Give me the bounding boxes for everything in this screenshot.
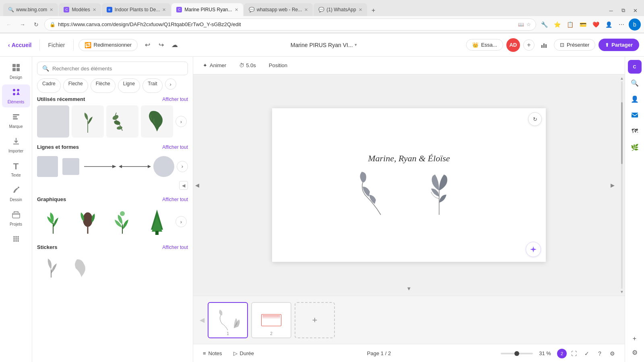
forward-nav-button[interactable]: → bbox=[17, 19, 28, 30]
sync-button[interactable]: ☁ bbox=[168, 39, 181, 51]
collections-icon[interactable]: 📋 bbox=[564, 19, 576, 30]
recent-item-3[interactable] bbox=[106, 105, 138, 138]
tab-modeles-close[interactable]: ✕ bbox=[93, 7, 96, 12]
bing-ai-icon[interactable]: b bbox=[629, 19, 641, 31]
favorites-bar-icon[interactable]: ⭐ bbox=[551, 19, 563, 30]
vertical-scrollbar[interactable]: ▲ ▼ bbox=[619, 74, 625, 296]
timer-button[interactable]: ⏱ 5.0s bbox=[236, 61, 259, 70]
more-options-icon[interactable]: ⋯ bbox=[616, 19, 627, 30]
shapes-more-button[interactable]: › bbox=[177, 161, 188, 172]
stickers-show-all[interactable]: Afficher tout bbox=[162, 245, 188, 250]
share-button[interactable]: ⬆ Partager bbox=[599, 39, 639, 51]
back-nav-button[interactable]: ← bbox=[3, 19, 14, 30]
new-tab-button[interactable]: + bbox=[368, 5, 379, 16]
profile-icon[interactable]: 👤 bbox=[603, 19, 614, 30]
slider-thumb[interactable] bbox=[514, 351, 519, 356]
scrollbar-thumb[interactable] bbox=[621, 102, 623, 165]
filter-more-button[interactable]: › bbox=[165, 78, 176, 90]
tab-whatsapp-close[interactable]: ✕ bbox=[359, 7, 362, 12]
shape-arrow-double[interactable] bbox=[119, 153, 151, 179]
sidebar-item-elements[interactable]: Éléments bbox=[2, 84, 30, 107]
tab-bing[interactable]: 🔍 www.bing.com ✕ bbox=[3, 3, 58, 16]
filter-fleche1[interactable]: Fleche bbox=[63, 78, 88, 93]
canvas-workspace[interactable]: ◀ Marine, Ryan & Éloïse bbox=[193, 74, 625, 296]
filmstrip-scroll-left[interactable]: ◀ bbox=[200, 316, 204, 324]
sidebar-item-brand[interactable]: Marque bbox=[2, 109, 30, 132]
duration-button[interactable]: ▷ Durée bbox=[230, 349, 257, 358]
shape-square-large[interactable] bbox=[37, 153, 58, 179]
sticker-item-1[interactable] bbox=[37, 253, 65, 282]
right-canva-ai-icon[interactable]: C bbox=[628, 60, 642, 74]
search-box[interactable]: 🔍 bbox=[37, 62, 188, 75]
title-dropdown-icon[interactable]: ▾ bbox=[355, 42, 357, 47]
progress-slider[interactable] bbox=[501, 353, 533, 354]
tab-indoor-close[interactable]: ✕ bbox=[162, 7, 166, 12]
analytics-button[interactable] bbox=[538, 39, 551, 51]
shape-square-small[interactable] bbox=[60, 153, 81, 179]
tab-marine-close[interactable]: ✕ bbox=[235, 7, 238, 12]
redo-button[interactable]: ↪ bbox=[155, 39, 167, 51]
tab-indoor-plants[interactable]: e Indoor Plants to De... ✕ bbox=[102, 3, 171, 16]
refresh-button[interactable]: ↻ bbox=[31, 19, 42, 30]
graphics-show-all[interactable]: Afficher tout bbox=[162, 197, 188, 202]
tab-marine-pirus[interactable]: C Marine PIRUS Ryan... ✕ bbox=[171, 3, 243, 16]
present-button[interactable]: ⊡ Présenter bbox=[554, 39, 595, 51]
canvas-scroll-left[interactable]: ◀ bbox=[193, 182, 201, 188]
add-user-button[interactable]: + bbox=[523, 39, 535, 51]
recent-item-4[interactable] bbox=[141, 105, 173, 138]
fullscreen-button[interactable]: ⛶ bbox=[568, 348, 580, 359]
canvas-scroll-right[interactable]: ▶ bbox=[609, 182, 617, 188]
sidebar-item-projects[interactable]: Projets bbox=[2, 207, 30, 230]
recent-more-button[interactable]: › bbox=[175, 116, 187, 127]
right-person-icon[interactable]: 👤 bbox=[628, 92, 642, 106]
favorites-icon[interactable]: ☆ bbox=[526, 22, 531, 27]
recent-item-2[interactable] bbox=[72, 105, 104, 138]
help-button[interactable]: ? bbox=[594, 348, 605, 359]
graphic-item-2[interactable] bbox=[72, 206, 104, 238]
sticker-item-2[interactable] bbox=[68, 253, 96, 282]
close-button[interactable]: ✕ bbox=[630, 5, 641, 16]
right-expand-icon[interactable]: + bbox=[628, 332, 642, 346]
shape-circle[interactable] bbox=[153, 153, 174, 179]
restore-button[interactable]: ⧉ bbox=[617, 5, 629, 16]
sidebar-item-text[interactable]: T Texte bbox=[2, 158, 30, 181]
shapes-show-all[interactable]: Afficher tout bbox=[162, 144, 188, 150]
address-bar[interactable]: 🔒 https://www.canva.com/design/DAFh2cxfu… bbox=[44, 19, 536, 31]
filter-trait[interactable]: Trait bbox=[142, 78, 163, 93]
animate-button[interactable]: ✦ Animer bbox=[200, 61, 229, 70]
redimensionner-button[interactable]: 🔁 Redimensionner bbox=[78, 39, 138, 51]
notes-button[interactable]: ≡ Notes bbox=[200, 349, 225, 358]
accueil-button[interactable]: ‹ Accueil bbox=[5, 39, 35, 51]
filter-ligne[interactable]: Ligne bbox=[118, 78, 140, 93]
filmstrip-add-page-button[interactable]: + bbox=[295, 302, 335, 338]
page-badge[interactable]: 2 bbox=[557, 349, 567, 358]
graphic-item-1[interactable] bbox=[37, 206, 69, 238]
tab-modeles[interactable]: C Modèles ✕ bbox=[59, 3, 101, 16]
sidebar-item-design[interactable]: Design bbox=[2, 60, 30, 83]
right-maps-icon[interactable]: 🗺 bbox=[628, 124, 642, 138]
canvas-magic-button[interactable] bbox=[526, 242, 541, 257]
shape-arrow-right[interactable] bbox=[84, 153, 116, 179]
filter-fleche2[interactable]: Flèche bbox=[91, 78, 116, 93]
slider-track[interactable] bbox=[501, 353, 533, 354]
graphics-more-button[interactable]: › bbox=[175, 216, 187, 227]
essai-button[interactable]: 👑 Essa... bbox=[466, 39, 503, 51]
browser-wallet-icon[interactable]: 💳 bbox=[577, 19, 588, 30]
right-green-icon[interactable]: 🌿 bbox=[628, 140, 642, 154]
tab-whatsapp-web[interactable]: 💬 whatsapp web - Re... ✕ bbox=[244, 3, 313, 16]
tab-bing-close[interactable]: ✕ bbox=[50, 7, 53, 12]
sidebar-item-apps[interactable] bbox=[2, 231, 30, 249]
browser-health-icon[interactable]: ❤️ bbox=[590, 19, 601, 30]
sidebar-item-import[interactable]: Importer bbox=[2, 134, 30, 156]
canvas-rotate-button[interactable]: ↻ bbox=[528, 112, 542, 126]
shapes-collapse-button[interactable]: ◀ bbox=[179, 181, 188, 190]
search-input[interactable] bbox=[52, 66, 183, 72]
scroll-down-button[interactable]: ▼ bbox=[620, 290, 624, 294]
fichier-menu-button[interactable]: Fichier bbox=[45, 39, 68, 51]
user-avatar[interactable]: AD bbox=[506, 38, 520, 52]
right-outlook-icon[interactable] bbox=[628, 108, 642, 122]
tab-whatsapp[interactable]: 💬 (1) WhatsApp ✕ bbox=[314, 3, 367, 16]
filmstrip-page-2[interactable]: 2 bbox=[251, 302, 291, 338]
reader-mode-icon[interactable]: 📖 bbox=[518, 22, 524, 27]
canvas-scroll-down[interactable]: ▼ bbox=[407, 284, 412, 292]
